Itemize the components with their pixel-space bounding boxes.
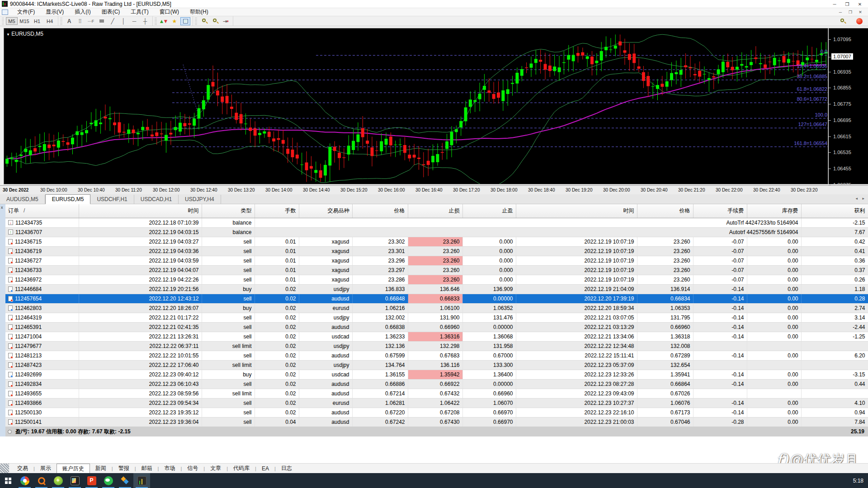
vertical-line-icon[interactable]: │ bbox=[118, 17, 128, 25]
panel-grip[interactable] bbox=[0, 464, 9, 474]
history-row-112464319[interactable]: 1124643192022.12.21 01:17:22sell0.02usdj… bbox=[5, 313, 868, 322]
terminal-toggle-icon[interactable] bbox=[180, 17, 190, 25]
taskbar-app-media[interactable] bbox=[66, 473, 83, 488]
chart-plot[interactable] bbox=[4, 28, 828, 184]
taskbar-clock[interactable]: 5:18 bbox=[853, 473, 863, 488]
chart-tab-USDCHF-H1[interactable]: USDCHF,H1 bbox=[90, 195, 134, 204]
taskbar-app-wechat[interactable] bbox=[100, 473, 117, 488]
zoom-out-icon[interactable]: − bbox=[210, 17, 220, 25]
terminal-tab-8[interactable]: 文章 bbox=[205, 464, 226, 473]
menu-item-0[interactable]: 文件(F) bbox=[12, 8, 40, 16]
time-axis[interactable]: 30 Dec 202230 Dec 10:0030 Dec 10:4030 De… bbox=[0, 185, 868, 194]
chart-tab-AUDUSD-M5[interactable]: AUDUSD,M5 bbox=[0, 195, 45, 204]
timeframe-button-H1[interactable]: H1 bbox=[31, 17, 43, 25]
terminal-tab-11[interactable]: 日志 bbox=[276, 464, 297, 473]
notification-ball-icon[interactable] bbox=[856, 18, 863, 24]
timeframe-button-M5[interactable]: M5 bbox=[6, 17, 18, 25]
horizontal-line-icon[interactable]: ─ bbox=[129, 17, 139, 25]
search-icon[interactable] bbox=[838, 17, 848, 25]
column-header-5[interactable]: 价格 bbox=[352, 204, 408, 218]
column-header-8[interactable]: 时间 bbox=[516, 204, 637, 218]
history-row-112436719[interactable]: 1124367192022.12.19 04:03:36sell0.01xagu… bbox=[5, 246, 868, 256]
crosshair-icon[interactable]: ┼ bbox=[140, 17, 150, 25]
favorites-icon[interactable]: ★ bbox=[170, 17, 179, 25]
toolbar-grip[interactable] bbox=[195, 18, 197, 25]
menu-item-1[interactable]: 显示(V) bbox=[40, 8, 69, 16]
history-row-112492699[interactable]: 1124926992022.12.23 09:40:12buy0.02usdca… bbox=[5, 370, 868, 379]
rectangle-icon[interactable] bbox=[97, 17, 107, 25]
column-header-10[interactable]: 手续费 bbox=[693, 204, 747, 218]
history-row-112479677[interactable]: 1124796772022.12.22 06:37:11sell limit0.… bbox=[5, 341, 868, 351]
column-header-11[interactable]: 库存费 bbox=[747, 204, 801, 218]
menu-item-2[interactable]: 插入(I) bbox=[69, 8, 96, 16]
close-terminal-button[interactable]: x bbox=[1, 205, 3, 210]
menu-item-6[interactable]: 帮助(H) bbox=[184, 8, 214, 16]
taskbar-app-files[interactable] bbox=[117, 473, 133, 488]
chart-shift-icon[interactable]: ⇥◂ bbox=[221, 17, 231, 25]
taskbar-app-browser[interactable] bbox=[16, 473, 33, 488]
history-row-112500130[interactable]: 1125001302022.12.23 19:35:12sell0.02audu… bbox=[5, 408, 868, 417]
history-row-112465391[interactable]: 1124653912022.12.21 02:41:35sell0.02audu… bbox=[5, 322, 868, 332]
history-row-112471004[interactable]: 1124710042022.12.21 13:26:31sell0.02usdc… bbox=[5, 332, 868, 341]
chart-area[interactable]: ▼ EURUSD,M5 0.019.4=1.0693638.2=1.068856… bbox=[0, 26, 868, 185]
history-row-112434735[interactable]: ↓1124347352022.12.18 07:10:39balanceAuto… bbox=[5, 218, 868, 227]
timeframe-button-M15[interactable]: M15 bbox=[19, 17, 30, 25]
column-header-4[interactable]: 交易品种 bbox=[299, 204, 352, 218]
terminal-tab-4[interactable]: 警报 bbox=[113, 464, 135, 473]
menu-item-5[interactable]: 窗口(W) bbox=[154, 8, 184, 16]
indicators-icon[interactable]: ▲▼ bbox=[159, 17, 169, 25]
history-row-112446684[interactable]: 1124466842022.12.19 20:21:56buy0.02usdjp… bbox=[5, 284, 868, 294]
column-header-12[interactable]: 获利 bbox=[801, 204, 868, 218]
history-row-112493866[interactable]: 1124938662022.12.23 09:54:34sell0.02euru… bbox=[5, 398, 868, 408]
child-restore-icon[interactable]: ❐ bbox=[845, 8, 855, 16]
terminal-tab-6[interactable]: 市场 bbox=[159, 464, 180, 473]
terminal-tab-5[interactable]: 邮箱 bbox=[136, 464, 158, 473]
trendline-icon[interactable]: ╱ bbox=[108, 17, 118, 25]
minimize-icon[interactable]: ─ bbox=[828, 0, 841, 8]
child-minimize-icon[interactable]: ─ bbox=[835, 8, 845, 16]
taskbar-app-security[interactable] bbox=[50, 473, 66, 488]
start-button[interactable] bbox=[0, 473, 16, 488]
toolbar-grip[interactable] bbox=[155, 18, 157, 25]
price-axis[interactable]: 1.070951.070071.069351.068551.067751.066… bbox=[829, 28, 868, 184]
history-row-112457654[interactable]: 1124576542022.12.20 12:43:12sell0.02audu… bbox=[5, 294, 868, 303]
toolbar-grip[interactable] bbox=[2, 18, 4, 25]
chart-tab-USDJPY-H4[interactable]: USDJPY,H4 bbox=[179, 195, 221, 204]
child-close-icon[interactable]: ✕ bbox=[855, 8, 865, 16]
close-icon[interactable]: ✕ bbox=[854, 0, 866, 8]
column-header-6[interactable]: 止损 bbox=[408, 204, 462, 218]
terminal-tab-2[interactable]: 账户历史 bbox=[57, 464, 90, 474]
timeframe-button-H4[interactable]: H4 bbox=[44, 17, 56, 25]
maximize-icon[interactable]: ❐ bbox=[841, 0, 854, 8]
menu-item-4[interactable]: 工具(T) bbox=[125, 8, 154, 16]
column-header-7[interactable]: 止盈 bbox=[462, 204, 516, 218]
terminal-tab-10[interactable]: EA bbox=[256, 465, 274, 473]
terminal-tab-1[interactable]: 展示 bbox=[35, 464, 57, 473]
history-row-112462803[interactable]: 1124628032022.12.20 18:26:07buy0.02eurus… bbox=[5, 303, 868, 313]
terminal-tab-9[interactable]: 代码库 bbox=[228, 464, 255, 473]
taskbar-app-office[interactable] bbox=[83, 473, 100, 488]
history-row-112436715[interactable]: 1124367152022.12.19 04:03:27sell0.01xagu… bbox=[5, 237, 868, 246]
column-header-9[interactable]: 价格 bbox=[637, 204, 693, 218]
fibo-grid-icon[interactable]: ⋯F bbox=[86, 17, 96, 25]
chart-symbol-label[interactable]: ▼ EURUSD,M5 bbox=[6, 31, 43, 37]
history-row-112500141[interactable]: 1125001412022.12.23 19:36:04sell0.04audu… bbox=[5, 417, 868, 427]
terminal-tab-7[interactable]: 信号 bbox=[182, 464, 203, 473]
taskbar-app-mt[interactable] bbox=[133, 473, 150, 488]
taskbar-app-searchapp[interactable] bbox=[33, 473, 50, 488]
terminal-tab-0[interactable]: 交易 bbox=[12, 464, 33, 473]
tab-scroll-arrows[interactable]: ◂ ▸ bbox=[855, 196, 866, 201]
history-row-112436727[interactable]: 1124367272022.12.19 04:03:59sell0.01xagu… bbox=[5, 256, 868, 265]
toolbar-grip[interactable] bbox=[60, 18, 62, 25]
menu-item-3[interactable]: 图表(C) bbox=[96, 8, 126, 16]
column-header-1[interactable]: 时间 bbox=[79, 204, 202, 218]
column-header-3[interactable]: 手数 bbox=[255, 204, 299, 218]
history-row-112436733[interactable]: 1124367332022.12.19 04:04:07sell0.01xagu… bbox=[5, 265, 868, 275]
vertical-grid-icon[interactable]: ⁞⁞ bbox=[75, 17, 85, 25]
history-row-112492834[interactable]: 1124928342022.12.23 06:10:43sell0.02audu… bbox=[5, 379, 868, 389]
column-header-2[interactable]: 类型 bbox=[202, 204, 255, 218]
history-row-112436707[interactable]: ↑1124367072022.12.19 04:03:15balanceAuto… bbox=[5, 227, 868, 237]
chart-tab-EURUSD-M5[interactable]: EURUSD,M5 bbox=[45, 194, 91, 204]
history-row-112436972[interactable]: 1124369722022.12.19 04:22:26sell0.01xagu… bbox=[5, 275, 868, 284]
history-row-112493655[interactable]: 1124936552022.12.23 08:59:56sell limit0.… bbox=[5, 389, 868, 398]
